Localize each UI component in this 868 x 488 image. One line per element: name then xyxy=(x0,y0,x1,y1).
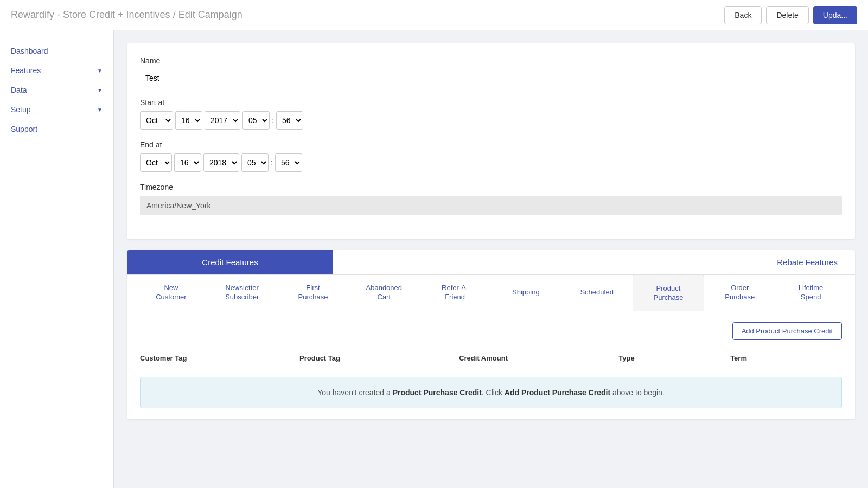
timezone-label: Timezone xyxy=(140,183,842,191)
end-year-select[interactable]: 201820172019 xyxy=(203,153,239,172)
separator: / xyxy=(173,9,178,20)
tab-credit-features[interactable]: Credit Features xyxy=(127,250,333,274)
update-button[interactable]: Upda... xyxy=(813,6,857,24)
table-header: Customer Tag Product Tag Credit Amount T… xyxy=(140,349,842,368)
col-credit-amount: Credit Amount xyxy=(459,354,618,362)
feature-sub-tabs: NewCustomer NewsletterSubscriber FirstPu… xyxy=(127,275,855,311)
end-month-select[interactable]: OctJanFeb xyxy=(140,153,172,172)
sidebar-label-data: Data xyxy=(11,86,27,94)
header-actions: Back Delete Upda... xyxy=(724,6,857,24)
sub-tab-new-customer[interactable]: NewCustomer xyxy=(136,275,207,311)
end-at-group: End at OctJanFeb 16 201820172019 05 : xyxy=(140,140,842,172)
sidebar-item-features[interactable]: Features ▼ xyxy=(0,61,113,80)
start-hour-select[interactable]: 05 xyxy=(242,111,270,130)
sub-tab-abandoned-cart[interactable]: AbandonedCart xyxy=(348,275,419,311)
empty-bold2: Add Product Purchase Credit xyxy=(505,388,610,397)
name-group: Name xyxy=(140,56,842,87)
tab-content-product-purchase: Add Product Purchase Credit Customer Tag… xyxy=(127,311,855,419)
empty-mid: . Click xyxy=(482,388,505,397)
main-layout: Dashboard Features ▼ Data ▼ Setup ▼ Supp… xyxy=(0,30,868,488)
sub-tab-refer-a-friend[interactable]: Refer-A-Friend xyxy=(419,275,490,311)
add-product-purchase-credit-button[interactable]: Add Product Purchase Credit xyxy=(732,322,842,340)
start-month-select[interactable]: OctJanFebMar AprMayJunJul AugSepNovDec xyxy=(140,111,173,130)
sidebar-item-dashboard[interactable]: Dashboard xyxy=(0,41,113,61)
sidebar-label-features: Features xyxy=(11,66,41,75)
time-colon: : xyxy=(272,116,274,125)
header-title: Rewardify - Store Credit + Incentives / … xyxy=(11,9,242,21)
sub-tab-shipping[interactable]: Shipping xyxy=(490,275,561,311)
start-minute-select[interactable]: 56 xyxy=(276,111,303,130)
start-day-select[interactable]: 16 xyxy=(175,111,202,130)
col-product-tag: Product Tag xyxy=(299,354,459,362)
end-minute-select[interactable]: 56 xyxy=(275,153,302,172)
sidebar-label-support: Support xyxy=(11,125,37,133)
delete-button[interactable]: Delete xyxy=(766,6,808,24)
sub-tab-newsletter[interactable]: NewsletterSubscriber xyxy=(207,275,278,311)
back-button[interactable]: Back xyxy=(724,6,762,24)
timezone-value: America/New_York xyxy=(140,196,842,215)
sub-tab-scheduled[interactable]: Scheduled xyxy=(561,275,633,311)
sidebar-label-dashboard: Dashboard xyxy=(11,47,48,55)
empty-prefix: You haven't created a xyxy=(317,388,392,397)
app-header: Rewardify - Store Credit + Incentives / … xyxy=(0,0,868,30)
features-top-tabs: Credit Features Rebate Features xyxy=(127,250,855,275)
time-colon-end: : xyxy=(271,158,273,167)
sub-tab-order-purchase[interactable]: OrderPurchase xyxy=(704,275,775,311)
start-date-row: OctJanFebMar AprMayJunJul AugSepNovDec 1… xyxy=(140,111,842,130)
sidebar-item-support[interactable]: Support xyxy=(0,119,113,139)
sidebar-item-data[interactable]: Data ▼ xyxy=(0,80,113,100)
app-name: Rewardify - Store Credit + Incentives xyxy=(11,9,170,20)
name-input[interactable] xyxy=(140,69,842,87)
empty-suffix: above to begin. xyxy=(610,388,665,397)
sub-tab-first-purchase[interactable]: FirstPurchase xyxy=(278,275,349,311)
col-customer-tag: Customer Tag xyxy=(140,354,299,362)
col-type: Type xyxy=(618,354,730,362)
start-at-group: Start at OctJanFebMar AprMayJunJul AugSe… xyxy=(140,98,842,130)
start-at-label: Start at xyxy=(140,98,842,107)
name-label: Name xyxy=(140,56,842,65)
chevron-down-icon: ▼ xyxy=(97,68,103,74)
main-content: Name Start at OctJanFebMar AprMayJunJul … xyxy=(114,30,868,488)
sidebar-label-setup: Setup xyxy=(11,105,31,114)
chevron-down-icon: ▼ xyxy=(97,107,103,113)
end-hour-select[interactable]: 05 xyxy=(241,153,269,172)
add-button-row: Add Product Purchase Credit xyxy=(140,322,842,340)
empty-bold1: Product Purchase Credit xyxy=(393,388,482,397)
tab-rebate-features[interactable]: Rebate Features xyxy=(333,250,855,274)
timezone-group: Timezone America/New_York xyxy=(140,183,842,215)
start-year-select[interactable]: 201720182019 xyxy=(205,111,240,130)
features-card: Credit Features Rebate Features NewCusto… xyxy=(127,250,855,419)
campaign-form-card: Name Start at OctJanFebMar AprMayJunJul … xyxy=(127,43,855,239)
sub-tab-lifetime-spend[interactable]: LifetimeSpend xyxy=(775,275,846,311)
end-at-label: End at xyxy=(140,140,842,149)
empty-notice: You haven't created a Product Purchase C… xyxy=(140,377,842,408)
chevron-down-icon: ▼ xyxy=(97,87,103,93)
sidebar: Dashboard Features ▼ Data ▼ Setup ▼ Supp… xyxy=(0,30,114,488)
end-date-row: OctJanFeb 16 201820172019 05 : 56 xyxy=(140,153,842,172)
page-subtitle: Edit Campaign xyxy=(178,9,242,20)
col-term: Term xyxy=(730,354,842,362)
end-day-select[interactable]: 16 xyxy=(174,153,201,172)
sub-tab-product-purchase[interactable]: ProductPurchase xyxy=(633,275,705,311)
sidebar-item-setup[interactable]: Setup ▼ xyxy=(0,100,113,119)
